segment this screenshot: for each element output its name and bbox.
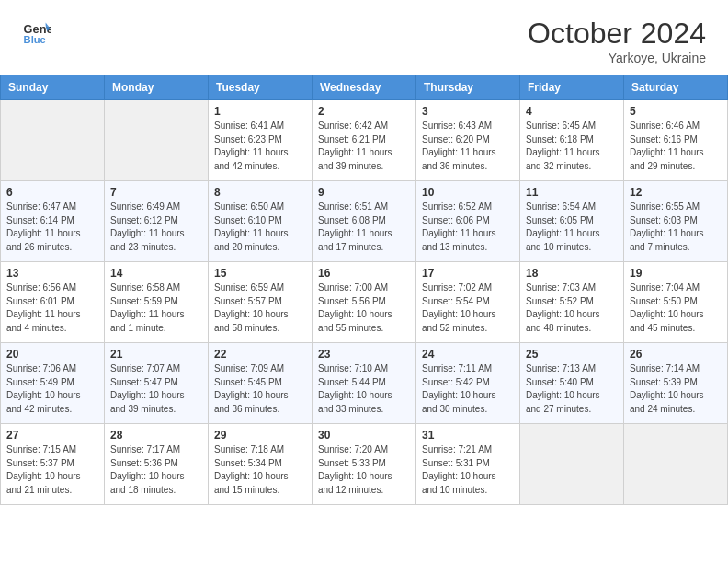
day-number: 26 xyxy=(630,348,722,361)
calendar-cell: 26Sunrise: 7:14 AMSunset: 5:39 PMDayligh… xyxy=(624,343,728,424)
calendar-cell: 7Sunrise: 6:49 AMSunset: 6:12 PMDaylight… xyxy=(105,181,209,262)
calendar-header-row: SundayMondayTuesdayWednesdayThursdayFrid… xyxy=(1,75,728,100)
day-info: Sunrise: 6:51 AMSunset: 6:08 PMDaylight:… xyxy=(318,201,410,254)
day-info: Sunrise: 6:41 AMSunset: 6:23 PMDaylight:… xyxy=(214,120,306,173)
weekday-header-sunday: Sunday xyxy=(1,75,105,100)
day-info: Sunrise: 7:21 AMSunset: 5:31 PMDaylight:… xyxy=(422,443,514,497)
calendar-cell: 8Sunrise: 6:50 AMSunset: 6:10 PMDaylight… xyxy=(209,181,313,262)
day-info: Sunrise: 7:04 AMSunset: 5:50 PMDaylight:… xyxy=(630,282,722,335)
day-info: Sunrise: 7:11 AMSunset: 5:42 PMDaylight:… xyxy=(422,362,514,416)
calendar-cell: 30Sunrise: 7:20 AMSunset: 5:33 PMDayligh… xyxy=(313,424,416,505)
calendar-cell: 3Sunrise: 6:43 AMSunset: 6:20 PMDaylight… xyxy=(416,100,520,181)
day-number: 15 xyxy=(214,267,306,280)
calendar-cell xyxy=(624,424,728,505)
calendar-cell: 19Sunrise: 7:04 AMSunset: 5:50 PMDayligh… xyxy=(624,262,728,343)
calendar-cell: 10Sunrise: 6:52 AMSunset: 6:06 PMDayligh… xyxy=(416,181,520,262)
day-number: 24 xyxy=(422,348,514,361)
month-title: October 2024 xyxy=(528,17,706,51)
day-number: 3 xyxy=(422,105,514,118)
calendar-cell: 21Sunrise: 7:07 AMSunset: 5:47 PMDayligh… xyxy=(105,343,209,424)
day-info: Sunrise: 6:46 AMSunset: 6:16 PMDaylight:… xyxy=(630,120,722,173)
day-info: Sunrise: 6:45 AMSunset: 6:18 PMDaylight:… xyxy=(526,120,618,173)
calendar-week-3: 13Sunrise: 6:56 AMSunset: 6:01 PMDayligh… xyxy=(1,262,728,343)
calendar-cell: 25Sunrise: 7:13 AMSunset: 5:40 PMDayligh… xyxy=(520,343,624,424)
calendar-week-5: 27Sunrise: 7:15 AMSunset: 5:37 PMDayligh… xyxy=(1,424,728,505)
day-number: 6 xyxy=(6,186,98,199)
calendar-cell: 15Sunrise: 6:59 AMSunset: 5:57 PMDayligh… xyxy=(209,262,313,343)
calendar-cell: 11Sunrise: 6:54 AMSunset: 6:05 PMDayligh… xyxy=(520,181,624,262)
calendar-cell: 22Sunrise: 7:09 AMSunset: 5:45 PMDayligh… xyxy=(209,343,313,424)
day-info: Sunrise: 6:49 AMSunset: 6:12 PMDaylight:… xyxy=(110,201,202,254)
day-info: Sunrise: 6:56 AMSunset: 6:01 PMDaylight:… xyxy=(6,282,98,335)
logo-icon: General Blue xyxy=(22,17,51,46)
location-title: Yarkoye, Ukraine xyxy=(528,51,706,65)
day-number: 12 xyxy=(630,186,722,199)
weekday-header-wednesday: Wednesday xyxy=(313,75,416,100)
calendar-cell xyxy=(520,424,624,505)
day-info: Sunrise: 7:20 AMSunset: 5:33 PMDaylight:… xyxy=(318,443,410,497)
day-number: 27 xyxy=(6,429,98,442)
day-number: 4 xyxy=(526,105,618,118)
calendar-cell xyxy=(1,100,105,181)
weekday-header-friday: Friday xyxy=(520,75,624,100)
day-info: Sunrise: 7:03 AMSunset: 5:52 PMDaylight:… xyxy=(526,282,618,335)
day-info: Sunrise: 6:42 AMSunset: 6:21 PMDaylight:… xyxy=(318,120,410,173)
day-number: 31 xyxy=(422,429,514,442)
calendar-week-4: 20Sunrise: 7:06 AMSunset: 5:49 PMDayligh… xyxy=(1,343,728,424)
day-number: 2 xyxy=(318,105,410,118)
calendar-cell: 31Sunrise: 7:21 AMSunset: 5:31 PMDayligh… xyxy=(416,424,520,505)
day-number: 25 xyxy=(526,348,618,361)
day-info: Sunrise: 6:47 AMSunset: 6:14 PMDaylight:… xyxy=(6,201,98,254)
day-info: Sunrise: 6:43 AMSunset: 6:20 PMDaylight:… xyxy=(422,120,514,173)
day-info: Sunrise: 6:54 AMSunset: 6:05 PMDaylight:… xyxy=(526,201,618,254)
day-info: Sunrise: 6:52 AMSunset: 6:06 PMDaylight:… xyxy=(422,201,514,254)
page-header: General Blue October 2024 Yarkoye, Ukrai… xyxy=(0,0,728,75)
calendar-cell: 9Sunrise: 6:51 AMSunset: 6:08 PMDaylight… xyxy=(313,181,416,262)
calendar-cell xyxy=(105,100,209,181)
day-number: 16 xyxy=(318,267,410,280)
calendar-cell: 4Sunrise: 6:45 AMSunset: 6:18 PMDaylight… xyxy=(520,100,624,181)
calendar-table: SundayMondayTuesdayWednesdayThursdayFrid… xyxy=(0,75,728,505)
title-block: October 2024 Yarkoye, Ukraine xyxy=(528,17,706,65)
day-number: 9 xyxy=(318,186,410,199)
day-number: 8 xyxy=(214,186,306,199)
weekday-header-saturday: Saturday xyxy=(624,75,728,100)
day-info: Sunrise: 7:00 AMSunset: 5:56 PMDaylight:… xyxy=(318,282,410,335)
day-info: Sunrise: 7:15 AMSunset: 5:37 PMDaylight:… xyxy=(6,443,98,497)
day-number: 21 xyxy=(110,348,202,361)
day-number: 29 xyxy=(214,429,306,442)
calendar-cell: 12Sunrise: 6:55 AMSunset: 6:03 PMDayligh… xyxy=(624,181,728,262)
day-number: 30 xyxy=(318,429,410,442)
calendar-week-1: 1Sunrise: 6:41 AMSunset: 6:23 PMDaylight… xyxy=(1,100,728,181)
day-number: 5 xyxy=(630,105,722,118)
day-info: Sunrise: 6:55 AMSunset: 6:03 PMDaylight:… xyxy=(630,201,722,254)
day-info: Sunrise: 7:13 AMSunset: 5:40 PMDaylight:… xyxy=(526,362,618,416)
calendar-cell: 23Sunrise: 7:10 AMSunset: 5:44 PMDayligh… xyxy=(313,343,416,424)
day-number: 17 xyxy=(422,267,514,280)
day-number: 18 xyxy=(526,267,618,280)
calendar-cell: 13Sunrise: 6:56 AMSunset: 6:01 PMDayligh… xyxy=(1,262,105,343)
calendar-cell: 18Sunrise: 7:03 AMSunset: 5:52 PMDayligh… xyxy=(520,262,624,343)
weekday-header-monday: Monday xyxy=(105,75,209,100)
calendar-cell: 16Sunrise: 7:00 AMSunset: 5:56 PMDayligh… xyxy=(313,262,416,343)
day-info: Sunrise: 7:10 AMSunset: 5:44 PMDaylight:… xyxy=(318,362,410,416)
day-info: Sunrise: 7:07 AMSunset: 5:47 PMDaylight:… xyxy=(110,362,202,416)
calendar-cell: 24Sunrise: 7:11 AMSunset: 5:42 PMDayligh… xyxy=(416,343,520,424)
calendar-cell: 17Sunrise: 7:02 AMSunset: 5:54 PMDayligh… xyxy=(416,262,520,343)
day-number: 22 xyxy=(214,348,306,361)
day-number: 11 xyxy=(526,186,618,199)
day-number: 7 xyxy=(110,186,202,199)
day-info: Sunrise: 7:06 AMSunset: 5:49 PMDaylight:… xyxy=(6,362,98,416)
weekday-header-thursday: Thursday xyxy=(416,75,520,100)
calendar-cell: 28Sunrise: 7:17 AMSunset: 5:36 PMDayligh… xyxy=(105,424,209,505)
calendar-cell: 27Sunrise: 7:15 AMSunset: 5:37 PMDayligh… xyxy=(1,424,105,505)
day-info: Sunrise: 6:59 AMSunset: 5:57 PMDaylight:… xyxy=(214,282,306,335)
day-number: 20 xyxy=(6,348,98,361)
day-number: 23 xyxy=(318,348,410,361)
logo: General Blue xyxy=(22,17,55,46)
weekday-header-tuesday: Tuesday xyxy=(209,75,313,100)
svg-text:Blue: Blue xyxy=(24,34,46,45)
day-info: Sunrise: 6:58 AMSunset: 5:59 PMDaylight:… xyxy=(110,282,202,335)
day-info: Sunrise: 7:14 AMSunset: 5:39 PMDaylight:… xyxy=(630,362,722,416)
calendar-cell: 2Sunrise: 6:42 AMSunset: 6:21 PMDaylight… xyxy=(313,100,416,181)
